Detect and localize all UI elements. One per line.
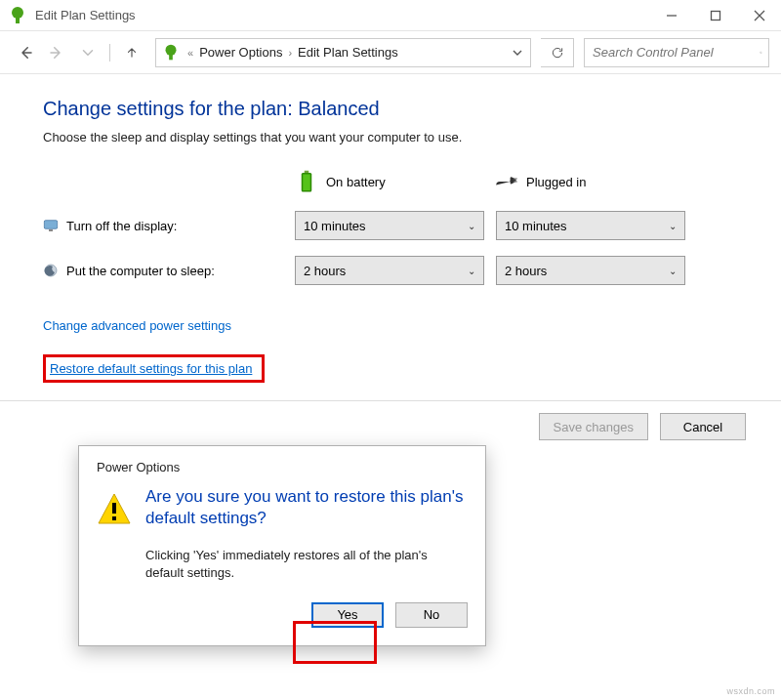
breadcrumb-icon <box>160 42 182 63</box>
back-button[interactable] <box>12 39 39 66</box>
refresh-button[interactable] <box>541 38 574 67</box>
svg-point-0 <box>12 7 23 19</box>
plug-icon <box>495 170 518 193</box>
save-button[interactable]: Save changes <box>539 413 648 440</box>
navigation-bar: « Power Options › Edit Plan Settings <box>0 31 781 74</box>
svg-rect-15 <box>112 516 116 520</box>
recent-dropdown[interactable] <box>74 39 102 66</box>
svg-rect-4 <box>169 54 173 60</box>
display-battery-select[interactable]: 10 minutes ⌄ <box>295 211 484 240</box>
select-value: 10 minutes <box>505 219 567 233</box>
dialog-title: Power Options <box>79 446 485 478</box>
page-title: Change settings for the plan: Balanced <box>43 98 746 120</box>
search-box[interactable] <box>584 38 769 67</box>
svg-rect-10 <box>514 181 517 182</box>
change-advanced-link[interactable]: Change advanced power settings <box>43 318 231 333</box>
select-value: 10 minutes <box>304 219 366 233</box>
column-battery-label: On battery <box>326 175 386 189</box>
confirm-dialog: Power Options Are you sure you want to r… <box>78 445 486 646</box>
column-plugged: Plugged in <box>495 170 695 193</box>
column-plugged-label: Plugged in <box>526 175 586 189</box>
page-description: Choose the sleep and display settings th… <box>43 130 746 144</box>
breadcrumb[interactable]: « Power Options › Edit Plan Settings <box>155 38 531 67</box>
svg-rect-11 <box>44 221 57 229</box>
dialog-text: Clicking 'Yes' immediately restores all … <box>145 547 468 582</box>
up-button[interactable] <box>118 39 145 66</box>
column-battery: On battery <box>295 170 495 193</box>
search-icon <box>760 46 762 60</box>
row-label: Put the computer to sleep: <box>66 264 215 278</box>
sleep-icon <box>43 263 59 278</box>
window-title: Edit Plan Settings <box>35 8 136 22</box>
breadcrumb-item[interactable]: Power Options <box>199 45 282 60</box>
chevron-right-icon: « <box>187 47 193 59</box>
svg-rect-12 <box>49 229 53 231</box>
title-bar: Edit Plan Settings <box>0 0 781 31</box>
display-icon <box>43 218 59 233</box>
svg-rect-2 <box>711 11 719 20</box>
dialog-no-button[interactable]: No <box>395 602 468 628</box>
setting-row-display: Turn off the display: 10 minutes ⌄ 10 mi… <box>43 211 746 240</box>
forward-button[interactable] <box>43 39 70 66</box>
warning-icon <box>97 492 132 525</box>
battery-icon <box>295 170 318 193</box>
svg-rect-9 <box>514 178 517 179</box>
svg-rect-1 <box>16 18 20 23</box>
sleep-battery-select[interactable]: 2 hours ⌄ <box>295 256 484 285</box>
select-value: 2 hours <box>505 264 547 278</box>
chevron-down-icon: ⌄ <box>669 266 677 276</box>
dialog-heading: Are you sure you want to restore this pl… <box>145 486 468 529</box>
svg-rect-8 <box>303 175 310 191</box>
cancel-button[interactable]: Cancel <box>660 413 746 440</box>
watermark: wsxdn.com <box>726 686 775 696</box>
app-icon <box>6 4 29 27</box>
sleep-plugged-select[interactable]: 2 hours ⌄ <box>496 256 685 285</box>
column-headers: On battery Plugged in <box>43 170 746 193</box>
svg-rect-6 <box>305 171 309 173</box>
svg-point-5 <box>760 52 762 54</box>
chevron-right-icon: › <box>288 47 292 59</box>
chevron-down-icon: ⌄ <box>468 266 475 276</box>
breadcrumb-dropdown-icon[interactable] <box>509 48 526 58</box>
display-plugged-select[interactable]: 10 minutes ⌄ <box>496 211 685 240</box>
main-content: Change settings for the plan: Balanced C… <box>0 74 781 392</box>
svg-point-3 <box>166 44 177 55</box>
select-value: 2 hours <box>304 264 346 278</box>
minimize-button[interactable] <box>649 0 693 31</box>
svg-rect-14 <box>112 503 116 514</box>
chevron-down-icon: ⌄ <box>669 221 677 231</box>
restore-defaults-link[interactable]: Restore default settings for this plan <box>50 361 252 376</box>
setting-row-sleep: Put the computer to sleep: 2 hours ⌄ 2 h… <box>43 256 746 285</box>
chevron-down-icon: ⌄ <box>468 221 475 231</box>
search-input[interactable] <box>591 44 760 61</box>
breadcrumb-item[interactable]: Edit Plan Settings <box>298 45 398 60</box>
dialog-yes-button[interactable]: Yes <box>311 602 384 628</box>
close-button[interactable] <box>737 0 781 31</box>
nav-divider <box>109 44 110 62</box>
highlight-restore-link: Restore default settings for this plan <box>43 354 265 383</box>
row-label: Turn off the display: <box>66 219 177 233</box>
maximize-button[interactable] <box>693 0 737 31</box>
